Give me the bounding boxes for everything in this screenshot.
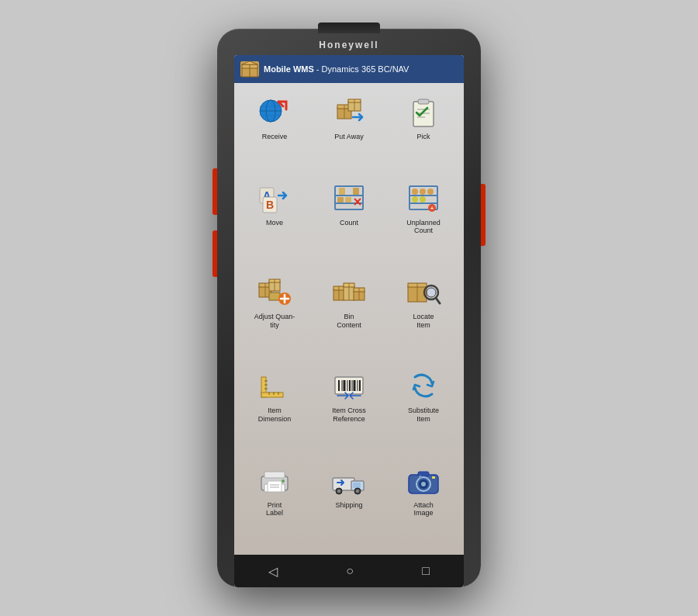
svg-point-105 [421,482,426,486]
attach-image-label: AttachImage [413,501,434,518]
attach-image-icon [404,462,443,498]
app-count[interactable]: Count [312,174,386,268]
svg-marker-3 [242,61,257,64]
device-frame: Honeywell Mobile WMS - Dynamics 365 BC/N… [217,29,481,587]
svg-point-39 [427,189,434,195]
substitute-item-icon [404,368,443,403]
shipping-icon [330,462,368,498]
app-move[interactable]: A B Move [237,174,312,268]
svg-rect-29 [345,197,351,202]
item-dimension-label: ItemDimension [258,407,292,424]
svg-point-67 [427,288,436,297]
wms-icon [240,61,259,77]
svg-point-38 [420,189,426,195]
app-attach-image[interactable]: AttachImage [386,456,461,550]
svg-rect-102 [418,472,429,476]
bin-content-icon [330,274,368,310]
unplanned-count-icon: + [404,180,443,216]
home-button[interactable]: ○ [337,559,363,583]
shipping-label: Shipping [335,501,362,510]
svg-point-41 [420,196,426,202]
app-pick[interactable]: Pick [386,88,461,174]
recent-button[interactable]: □ [413,559,439,583]
putaway-icon [330,94,368,130]
header-bar: Mobile WMS - Dynamics 365 BC/NAV [234,55,464,83]
svg-line-68 [436,298,440,303]
app-adjust-quantity[interactable]: Adjust Quan-tity [237,268,312,362]
svg-point-37 [412,189,418,195]
svg-point-98 [337,490,340,493]
screen: Mobile WMS - Dynamics 365 BC/NAV [234,55,464,587]
app-item-cross-reference[interactable]: Item CrossReference [312,362,386,455]
app-bin-content[interactable]: BinContent [312,268,386,362]
svg-rect-16 [413,102,434,126]
svg-point-40 [412,196,418,202]
svg-rect-88 [264,472,285,478]
print-label-icon [255,462,294,498]
locate-item-icon [404,274,443,310]
app-shipping[interactable]: Shipping [312,456,386,550]
adjust-quantity-label: Adjust Quan-tity [254,313,295,330]
app-locate-item[interactable]: LocateItem [386,268,461,362]
app-unplanned-count[interactable]: + UnplannedCount [386,174,461,268]
adjust-quantity-icon [255,274,294,310]
brand-label: Honeywell [319,40,378,50]
side-button-right[interactable] [481,184,485,246]
svg-rect-70 [261,393,283,397]
item-dimension-icon [255,368,294,403]
navigation-bar: ◁ ○ □ [234,555,464,587]
svg-text:B: B [266,199,274,211]
app-print-label[interactable]: PrintLabel [237,456,312,550]
move-icon: A B [255,180,294,216]
svg-rect-96 [353,483,361,488]
count-label: Count [340,219,358,227]
pick-icon [404,94,443,130]
svg-rect-17 [418,99,429,104]
svg-point-93 [282,479,285,483]
side-button-left-bottom[interactable] [213,230,217,277]
unplanned-count-label: UnplannedCount [406,219,441,236]
receive-icon [255,94,294,130]
app-grid: Receive [234,83,464,555]
svg-text:+: + [430,206,434,211]
svg-rect-50 [269,292,280,300]
receive-label: Receive [262,133,288,141]
svg-rect-107 [432,476,435,479]
svg-rect-90 [268,481,282,492]
bin-content-label: BinContent [337,313,361,330]
app-receive[interactable]: Receive [237,88,312,174]
putaway-label: Put Away [334,133,363,141]
item-cross-reference-icon [330,368,368,403]
header-title: Mobile WMS - Dynamics 365 BC/NAV [264,64,409,74]
move-label: Move [266,219,283,227]
svg-point-100 [356,490,359,493]
svg-rect-30 [353,188,359,195]
pick-label: Pick [416,133,430,141]
app-item-dimension[interactable]: ItemDimension [237,362,312,455]
print-label-label: PrintLabel [266,501,283,518]
item-cross-reference-label: Item CrossReference [332,407,366,424]
svg-rect-31 [339,188,345,195]
app-put-away[interactable]: Put Away [312,88,386,174]
app-substitute-item[interactable]: SubstituteItem [386,362,461,455]
back-button[interactable]: ◁ [259,559,287,583]
side-button-left-top[interactable] [213,168,217,215]
locate-item-label: LocateItem [413,313,434,330]
substitute-item-label: SubstituteItem [408,407,439,424]
scanner-bump [318,22,380,33]
count-icon [330,180,368,216]
svg-rect-28 [337,197,344,202]
svg-point-106 [419,476,422,479]
